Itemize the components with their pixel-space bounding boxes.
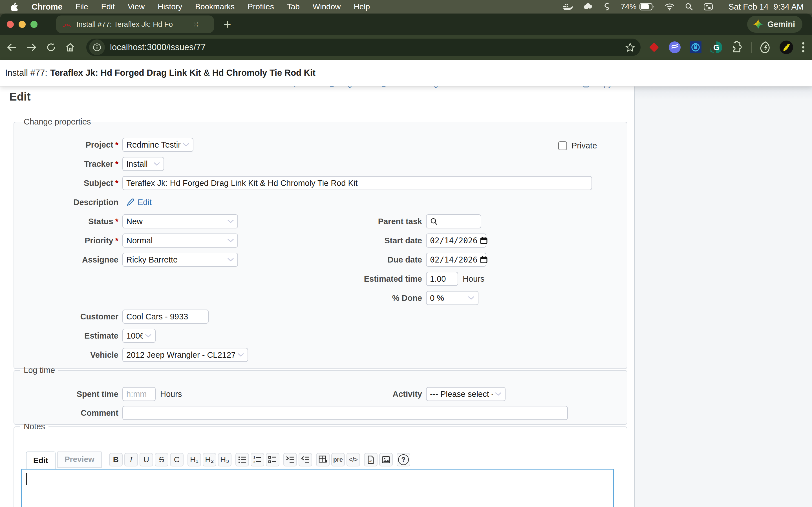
parent-task-input[interactable] [426,214,481,228]
tab-strip: Install #77: Teraflex Jk: Hd Fo × + Gemi… [0,13,812,35]
menu-help[interactable]: Help [354,2,370,11]
red-diamond-extension-icon[interactable] [648,41,660,54]
assignee-select[interactable]: Ricky Barrette [122,252,238,267]
insert-table-button[interactable] [316,453,329,466]
action-edit-link[interactable]: Edit [293,87,318,88]
menu-clock[interactable]: Sat Feb 149:34 AM [723,2,804,11]
help-button[interactable]: ? [397,453,410,466]
control-center-icon[interactable] [704,3,713,10]
strikethrough-button[interactable]: S [155,453,168,466]
action-share-link[interactable]: Share [500,87,521,88]
customer-row: Customer Cool Cars - 9933 [14,310,209,323]
menu-window[interactable]: Window [313,2,341,11]
percent-done-select[interactable]: 0 % [426,291,478,305]
vehicle-select[interactable]: 2012 Jeep Wrangler - CL212723 [122,348,248,362]
docker-icon[interactable] [563,3,573,11]
menu-profiles[interactable]: Profiles [248,2,274,11]
issue-actions-toolbar: Edit Log time Start tracking Bill Time S… [293,87,612,92]
spent-time-input[interactable]: h:mm [122,387,156,401]
private-checkbox[interactable] [558,142,567,150]
heading2-button[interactable]: H₂ [203,453,216,466]
grammarly-extension-icon[interactable]: G [710,41,723,54]
purple-circle-extension-icon[interactable] [668,41,681,54]
battery-saver-leaf-icon[interactable] [760,41,771,54]
task-list-button[interactable] [266,453,280,466]
browser-tab[interactable]: Install #77: Teraflex Jk: Hd Fo × [56,15,214,33]
calendar-icon[interactable] [477,237,488,244]
action-log-time-link[interactable]: Log time [327,87,370,88]
percent-done-label: % Done [254,293,426,303]
tracker-select[interactable]: Install [122,157,164,171]
notes-tab-edit[interactable]: Edit [26,452,56,469]
subject-input[interactable]: Teraflex Jk: Hd Forged Drag Link Kit & H… [122,176,592,190]
minimize-window-button[interactable] [18,21,26,28]
unquote-button[interactable] [299,453,312,466]
menu-view[interactable]: View [128,2,145,11]
estimated-time-input[interactable]: 1.00 [426,272,458,286]
gemini-button[interactable]: Gemini [747,16,802,33]
heading1-button[interactable]: H₁ [188,453,201,466]
url-text[interactable]: localhost:3000/issues/77 [110,42,625,52]
profile-avatar[interactable] [779,40,794,54]
status-select[interactable]: New [122,214,238,228]
action-bill-time-link[interactable]: Bill Time [448,87,490,88]
menu-bookmarks[interactable]: Bookmarks [195,2,235,11]
heading3-button[interactable]: H₃ [218,453,232,466]
menu-app-name[interactable]: Chrome [32,2,63,11]
private-label: Private [571,141,597,151]
chevron-down-icon [151,162,160,166]
customer-input[interactable]: Cool Cars - 9933 [122,309,209,324]
apple-menu[interactable] [11,3,18,11]
wifi-icon[interactable] [665,3,674,10]
browser-menu-kebab-icon[interactable] [801,41,805,54]
activity-select[interactable]: --- Please select --- [426,387,506,401]
notes-tab-preview[interactable]: Preview [57,451,102,468]
address-bar[interactable]: localhost:3000/issues/77 [86,39,641,56]
menu-edit[interactable]: Edit [101,2,115,11]
cloud-app-icon[interactable] [583,3,593,11]
forward-button[interactable] [27,43,37,52]
menu-history[interactable]: History [158,2,182,11]
bookmark-star-icon[interactable] [625,43,635,52]
calendar-icon[interactable] [477,256,488,264]
lock-extension-icon[interactable] [689,41,702,54]
inline-code-button[interactable]: C [170,453,184,466]
action-copy-link[interactable]: Copy [583,87,612,88]
ordered-list-button[interactable]: 12 [251,453,264,466]
zoom-window-button[interactable] [31,21,38,28]
extensions-puzzle-icon[interactable] [731,41,743,54]
subject-row: Subject* Teraflex Jk: Hd Forged Drag Lin… [14,176,592,190]
comment-input[interactable] [122,406,568,420]
menu-file[interactable]: File [75,2,88,11]
priority-select[interactable]: Normal [122,233,238,247]
bold-button[interactable]: B [109,453,123,466]
estimate-select[interactable]: 1006 [122,329,156,343]
seahorse-app-icon[interactable] [604,3,610,11]
unordered-list-button[interactable] [236,453,249,466]
notes-textarea[interactable] [21,469,614,507]
action-unwatch-link[interactable]: Unwatch [531,87,573,88]
blockquote-button[interactable] [283,453,297,466]
battery-status: 74% [621,2,654,11]
description-edit-link[interactable]: Edit [126,198,152,207]
action-start-tracking-link[interactable]: Start tracking [379,87,439,88]
start-date-input[interactable]: 02/14/2026 [426,233,486,247]
due-date-input[interactable]: 02/14/2026 [426,252,486,267]
new-tab-button[interactable]: + [223,18,231,31]
back-button[interactable] [7,43,17,52]
project-select[interactable]: Redmine Testing [122,138,193,152]
menu-tab[interactable]: Tab [287,2,300,11]
link-button[interactable]: ∞ [364,453,377,466]
log-time-legend: Log time [20,365,58,375]
private-row: Private [558,139,597,152]
reload-button[interactable] [46,43,56,52]
home-button[interactable] [65,43,75,52]
site-info-button[interactable] [89,40,105,55]
italic-button[interactable]: I [124,453,138,466]
close-window-button[interactable] [7,21,14,28]
preformatted-button[interactable]: pre [331,453,345,466]
underline-button[interactable]: U [140,453,153,466]
image-button[interactable] [379,453,393,466]
code-block-button[interactable]: </> [347,453,360,466]
spotlight-icon[interactable] [685,3,693,11]
